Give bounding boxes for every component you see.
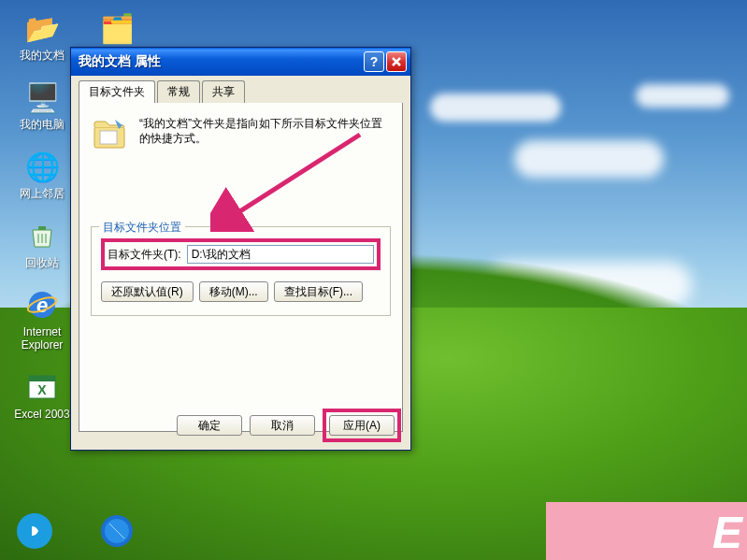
my-computer-icon: 🖥️ <box>23 79 61 116</box>
aux1-icon: 🗂️ <box>98 9 136 47</box>
svg-rect-4 <box>29 376 55 381</box>
description-text: “我的文档”文件夹是指向如下所示目标文件夹位置的快捷方式。 <box>139 116 391 153</box>
my-docs-label: 我的文档 <box>9 49 75 62</box>
desktop-icon-ie[interactable]: eInternet Explorer <box>9 286 75 352</box>
desktop-icon-recycle[interactable]: 回收站 <box>9 217 75 269</box>
recycle-label: 回收站 <box>9 256 75 269</box>
apply-button[interactable]: 应用(A) <box>329 415 395 436</box>
desktop-icon-aux1[interactable]: 🗂️ <box>84 9 150 49</box>
ie-label: Internet Explorer <box>9 325 75 352</box>
help-button[interactable]: ? <box>364 51 384 72</box>
svg-text:X: X <box>37 382 47 397</box>
recycle-icon <box>23 217 61 254</box>
taskbar-icon-pptv[interactable] <box>17 513 52 549</box>
taskbar-icon-safari[interactable] <box>99 513 135 549</box>
desktop-icon-my-docs[interactable]: 📂我的文档 <box>9 9 75 62</box>
target-input[interactable] <box>187 245 374 264</box>
svg-rect-9 <box>100 131 117 144</box>
fieldset-legend: 目标文件夹位置 <box>99 220 185 236</box>
target-highlight: 目标文件夹(T): <box>101 238 381 270</box>
move-button[interactable]: 移动(M)... <box>199 281 268 302</box>
target-location-group: 目标文件夹位置 目标文件夹(T): 还原默认值(R) 移动(M)... 查找目标… <box>91 226 391 316</box>
desktop-icon-my-computer[interactable]: 🖥️我的电脑 <box>9 79 75 131</box>
watermark-overlay: E <box>546 502 747 560</box>
desktop-icon-excel[interactable]: XExcel 2003 <box>9 368 75 421</box>
dialog-title: 我的文档 属性 <box>79 53 362 70</box>
excel-icon: X <box>23 368 61 406</box>
excel-label: Excel 2003 <box>9 408 75 421</box>
my-computer-label: 我的电脑 <box>9 118 75 131</box>
folder-icon <box>91 116 128 153</box>
network-label: 网上邻居 <box>9 187 75 200</box>
watermark-text: E <box>712 507 742 558</box>
tab-panel-target-folder: “我的文档”文件夹是指向如下所示目标文件夹位置的快捷方式。 目标文件夹位置 目标… <box>79 103 403 432</box>
close-button[interactable] <box>386 51 407 72</box>
network-icon: 🌐 <box>23 148 61 185</box>
tab-sharing[interactable]: 共享 <box>202 80 245 103</box>
tab-target-folder[interactable]: 目标文件夹 <box>79 80 155 103</box>
restore-default-button[interactable]: 还原默认值(R) <box>101 281 194 302</box>
properties-dialog: 我的文档 属性 ? 目标文件夹 常规 共享 “我的文档”文件夹是指 <box>70 47 411 451</box>
titlebar[interactable]: 我的文档 属性 ? <box>71 48 410 76</box>
my-docs-icon: 📂 <box>23 9 61 47</box>
desktop-icon-network[interactable]: 🌐网上邻居 <box>9 148 75 200</box>
cancel-button[interactable]: 取消 <box>250 415 315 436</box>
target-label: 目标文件夹(T): <box>108 247 181 263</box>
tab-general[interactable]: 常规 <box>157 80 200 103</box>
tab-strip: 目标文件夹 常规 共享 <box>79 80 403 104</box>
ok-button[interactable]: 确定 <box>177 415 242 436</box>
close-icon <box>391 56 402 67</box>
apply-highlight: 应用(A) <box>323 409 401 442</box>
ie-icon: e <box>23 286 61 323</box>
find-target-button[interactable]: 查找目标(F)... <box>274 281 363 302</box>
